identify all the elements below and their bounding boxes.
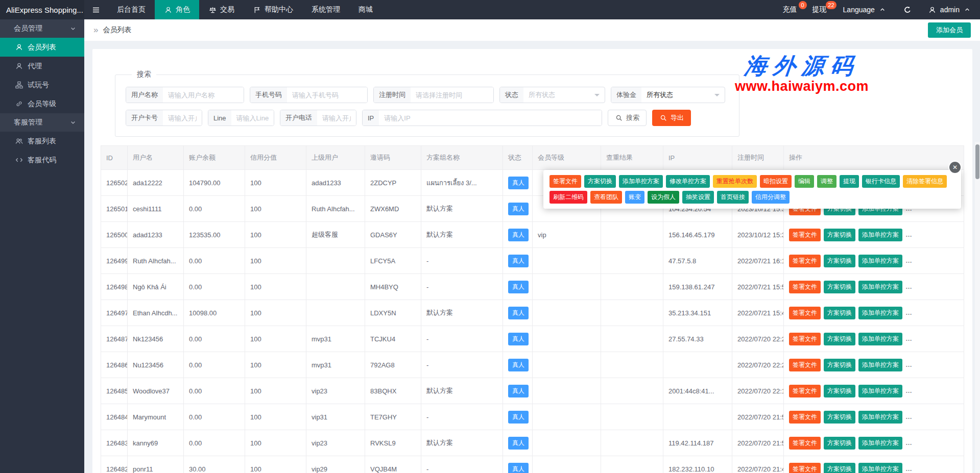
row-action-button[interactable]: 方案切换 xyxy=(824,359,855,371)
admin-menu[interactable]: admin xyxy=(920,0,980,19)
row-action-button[interactable]: 签署文件 xyxy=(789,229,821,241)
search-input[interactable] xyxy=(379,110,602,126)
popup-action-button[interactable]: 重置抢单次数 xyxy=(713,175,757,188)
search-input[interactable] xyxy=(231,110,274,126)
search-input[interactable] xyxy=(411,87,493,103)
row-action-button[interactable]: 方案切换 xyxy=(824,437,855,450)
row-action-button[interactable]: 方案切换 xyxy=(824,229,855,241)
more-actions-button[interactable]: … xyxy=(905,387,912,394)
row-action-button[interactable]: 签署文件 xyxy=(789,411,821,424)
nav-item-6[interactable]: 商城 xyxy=(349,0,382,19)
row-action-button[interactable]: 添加单控方案 xyxy=(858,437,902,450)
row-action-button[interactable]: 签署文件 xyxy=(789,307,821,319)
row-action-button[interactable]: 签署文件 xyxy=(789,359,821,371)
withdraw-link[interactable]: 提现 22 xyxy=(805,0,834,19)
row-action-button[interactable]: 添加单控方案 xyxy=(858,411,902,424)
search-input[interactable] xyxy=(163,110,202,126)
more-actions-button[interactable]: … xyxy=(905,439,912,446)
row-action-button[interactable]: 添加单控方案 xyxy=(858,229,902,241)
popup-action-button[interactable]: 暗扣设置 xyxy=(760,175,792,188)
more-actions-button[interactable]: … xyxy=(905,361,912,368)
row-action-button[interactable]: 签署文件 xyxy=(789,463,821,473)
row-action-button[interactable]: 添加单控方案 xyxy=(858,333,902,345)
row-action-button[interactable]: 签署文件 xyxy=(789,255,821,267)
search-select-group[interactable]: 体验金所有状态 xyxy=(611,87,725,103)
sidebar-item[interactable]: 试玩号 xyxy=(0,76,84,94)
sidebar-group-1[interactable]: 会员管理 xyxy=(0,19,84,38)
sidebar-group-2[interactable]: 客服管理 xyxy=(0,113,84,132)
nav-item-3[interactable]: 交易 xyxy=(199,0,244,19)
search-input-group: 手机号码 xyxy=(250,87,368,103)
more-actions-button[interactable]: … xyxy=(905,335,912,342)
popup-action-button[interactable]: 查看团队 xyxy=(590,191,622,204)
popup-action-button[interactable]: 修改单控方案 xyxy=(666,175,710,188)
refresh-button[interactable] xyxy=(895,0,920,19)
scrollbar-thumb[interactable] xyxy=(975,144,979,179)
popup-action-button[interactable]: 设为假人 xyxy=(648,191,679,204)
popup-action-button[interactable]: 提现 xyxy=(840,175,859,188)
popup-action-button[interactable]: 账变 xyxy=(625,191,644,204)
popup-action-button[interactable]: 信用分调整 xyxy=(752,191,790,204)
row-action-button[interactable]: 签署文件 xyxy=(789,437,821,450)
nav-item-2[interactable]: 角色 xyxy=(155,0,199,19)
sidebar-item[interactable]: 会员等级 xyxy=(0,94,84,113)
row-action-button[interactable]: 方案切换 xyxy=(824,255,855,267)
row-action-button[interactable]: 方案切换 xyxy=(824,333,855,345)
more-actions-button[interactable]: … xyxy=(905,413,912,420)
cell-ip: 47.57.5.8 xyxy=(663,248,732,274)
sidebar-item[interactable]: 会员列表 xyxy=(0,38,84,57)
popup-action-button[interactable]: 首页链接 xyxy=(717,191,749,204)
nav-item-1[interactable]: 后台首页 xyxy=(108,0,155,19)
popup-action-button[interactable]: 方案切换 xyxy=(584,175,616,188)
row-action-button[interactable]: 方案切换 xyxy=(824,411,855,424)
language-dropdown[interactable]: Language xyxy=(834,0,895,19)
row-action-button[interactable]: 方案切换 xyxy=(824,307,855,319)
more-actions-button[interactable]: … xyxy=(905,257,912,264)
row-action-button[interactable]: 方案切换 xyxy=(824,281,855,293)
brand-logo[interactable]: AliExpress Shopping... xyxy=(0,0,84,19)
search-input[interactable] xyxy=(317,110,356,126)
popup-action-button[interactable]: 抽奖设置 xyxy=(682,191,714,204)
column-header: 信用分值 xyxy=(245,146,306,170)
more-actions-button[interactable]: … xyxy=(905,309,912,316)
popup-action-button[interactable]: 刷新二维码 xyxy=(549,191,587,204)
row-action-button[interactable]: 添加单控方案 xyxy=(858,281,902,293)
popup-action-button[interactable]: 添加单控方案 xyxy=(619,175,663,188)
popup-action-button[interactable]: 调整 xyxy=(817,175,836,188)
more-actions-button[interactable]: … xyxy=(905,231,912,238)
row-action-button[interactable]: 添加单控方案 xyxy=(858,463,902,473)
row-action-button[interactable]: 添加单控方案 xyxy=(858,307,902,319)
search-input[interactable] xyxy=(163,87,244,103)
nav-item-5[interactable]: 系统管理 xyxy=(302,0,349,19)
popup-action-button[interactable]: 编辑 xyxy=(795,175,814,188)
add-member-button[interactable]: 添加会员 xyxy=(928,22,971,38)
row-action-button[interactable]: 添加单控方案 xyxy=(858,255,902,267)
search-input-group: 注册时间 xyxy=(373,87,494,103)
row-action-button[interactable]: 签署文件 xyxy=(789,281,821,293)
sidebar-item[interactable]: 客服列表 xyxy=(0,132,84,151)
vertical-scrollbar[interactable] xyxy=(975,142,980,473)
popup-action-button[interactable]: 清除签署信息 xyxy=(903,175,947,188)
sidebar-item[interactable]: 代理 xyxy=(0,57,84,76)
row-action-button[interactable]: 签署文件 xyxy=(789,333,821,345)
recharge-link[interactable]: 充值 0 xyxy=(775,0,805,19)
search-input[interactable] xyxy=(287,87,367,103)
sidebar-item[interactable]: 客服代码 xyxy=(0,151,84,169)
row-action-button[interactable]: 添加单控方案 xyxy=(858,359,902,371)
search-select-group[interactable]: 状态所有状态 xyxy=(499,87,605,103)
popup-action-button[interactable]: 银行卡信息 xyxy=(862,175,900,188)
popup-action-button[interactable]: 签署文件 xyxy=(549,175,581,188)
row-action-button[interactable]: 签署文件 xyxy=(789,385,821,397)
cell-credit: 100 xyxy=(245,196,306,222)
export-button[interactable]: 导出 xyxy=(652,110,691,126)
more-actions-button[interactable]: … xyxy=(905,465,912,472)
nav-item-4[interactable]: 帮助中心 xyxy=(244,0,302,19)
cell-balance: 0.00 xyxy=(184,378,245,404)
row-action-button[interactable]: 方案切换 xyxy=(824,385,855,397)
close-icon[interactable]: ✕ xyxy=(949,162,961,173)
menu-toggle-button[interactable] xyxy=(84,0,108,19)
row-action-button[interactable]: 方案切换 xyxy=(824,463,855,473)
row-action-button[interactable]: 添加单控方案 xyxy=(858,385,902,397)
search-button[interactable]: 搜索 xyxy=(608,110,647,126)
more-actions-button[interactable]: … xyxy=(905,283,912,290)
